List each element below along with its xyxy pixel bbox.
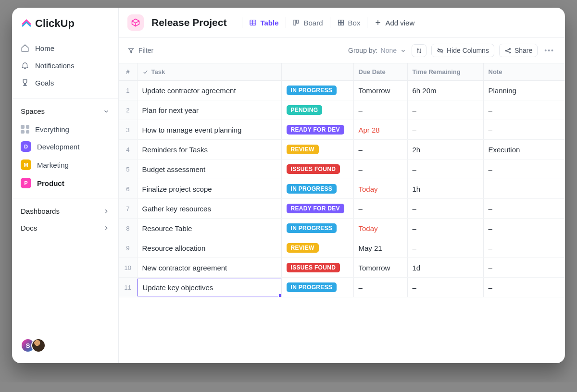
table-row[interactable]: 11Update key objectivesIN PROGRESS––– [119, 278, 565, 297]
col-status[interactable] [281, 63, 353, 81]
status-cell[interactable]: REVIEW [281, 140, 353, 159]
space-item[interactable]: Everything [12, 121, 118, 137]
row-number: 2 [119, 100, 137, 120]
time-remaining-cell[interactable]: – [407, 278, 483, 297]
space-item[interactable]: MMarketing [12, 156, 118, 174]
task-cell[interactable]: New contractor agreement [137, 258, 281, 278]
task-cell[interactable]: How to manage event planning [137, 120, 281, 140]
space-item[interactable]: DDevelopment [12, 137, 118, 156]
note-cell[interactable]: – [483, 258, 565, 278]
note-cell[interactable]: Planning [483, 81, 565, 100]
spaces-header[interactable]: Spaces [12, 102, 118, 119]
task-cell[interactable]: Update contractor agreement [137, 81, 281, 100]
avatar-photo[interactable] [31, 338, 46, 353]
svg-rect-6 [341, 23, 343, 25]
task-cell[interactable]: Plan for next year [137, 100, 281, 120]
table-row[interactable]: 2Plan for next yearPENDING––– [119, 100, 565, 120]
table-row[interactable]: 7Gather key resourcesREADY FOR DEV––– [119, 199, 565, 219]
task-cell[interactable]: Gather key resources [137, 199, 281, 219]
due-date-cell[interactable]: Apr 28 [353, 120, 407, 140]
table-row[interactable]: 10New contractor agreementISSUES FOUNDTo… [119, 258, 565, 278]
status-cell[interactable]: IN PROGRESS [281, 81, 353, 100]
space-item[interactable]: PProduct [12, 174, 118, 192]
due-date-cell[interactable]: Tomorrow [353, 258, 407, 278]
sidebar-section[interactable]: Dashboards [12, 202, 118, 219]
due-date-cell[interactable]: Tomorrow [353, 81, 407, 100]
table-row[interactable]: 3How to manage event planningREADY FOR D… [119, 120, 565, 140]
note-cell[interactable]: Execution [483, 140, 565, 159]
task-cell[interactable]: Resource Table [137, 219, 281, 238]
status-cell[interactable]: REVIEW [281, 238, 353, 258]
share-button[interactable]: Share [499, 44, 538, 57]
time-remaining-cell[interactable]: 6h 20m [407, 81, 483, 100]
table-row[interactable]: 4Reminders for TasksREVIEW–2hExecution [119, 140, 565, 159]
task-cell[interactable]: Resource allocation [137, 238, 281, 258]
note-cell[interactable]: – [483, 159, 565, 179]
note-cell[interactable]: – [483, 199, 565, 219]
col-note[interactable]: Note [483, 63, 565, 81]
task-cell[interactable]: Reminders for Tasks [137, 140, 281, 159]
status-cell[interactable]: READY FOR DEV [281, 120, 353, 140]
sort-button[interactable] [412, 44, 426, 57]
time-remaining-cell[interactable]: – [407, 159, 483, 179]
table-row[interactable]: 9Resource allocationREVIEWMay 21–– [119, 238, 565, 258]
project-icon[interactable] [127, 14, 144, 31]
note-cell[interactable]: – [483, 179, 565, 199]
time-remaining-cell[interactable]: – [407, 238, 483, 258]
note-cell[interactable]: – [483, 219, 565, 238]
note-cell[interactable]: – [483, 238, 565, 258]
col-due-date[interactable]: Due Date [353, 63, 407, 81]
group-by[interactable]: Group by: None [348, 47, 407, 54]
due-date-cell[interactable]: May 21 [353, 238, 407, 258]
due-date-cell[interactable]: – [353, 100, 407, 120]
table-row[interactable]: 6Finalize project scopeIN PROGRESSToday1… [119, 179, 565, 199]
nav-home[interactable]: Home [12, 39, 118, 57]
due-date-cell[interactable]: – [353, 159, 407, 179]
time-remaining-cell[interactable]: – [407, 219, 483, 238]
avatar-stack[interactable]: S [21, 338, 46, 353]
status-cell[interactable]: IN PROGRESS [281, 219, 353, 238]
table-row[interactable]: 1Update contractor agreementIN PROGRESST… [119, 81, 565, 100]
table-row[interactable]: 8Resource TableIN PROGRESSToday–– [119, 219, 565, 238]
view-tab-board[interactable]: Board [292, 17, 324, 29]
add-view-button[interactable]: Add view [373, 17, 415, 29]
time-remaining-cell[interactable]: 1d [407, 258, 483, 278]
due-date-cell[interactable]: – [353, 140, 407, 159]
nav-goals[interactable]: Goals [12, 74, 118, 91]
task-cell[interactable]: Budget assessment [137, 159, 281, 179]
task-cell[interactable]: Finalize project scope [137, 179, 281, 199]
project-title[interactable]: Release Project [151, 17, 226, 28]
note-cell[interactable]: – [483, 120, 565, 140]
time-remaining-cell[interactable]: – [407, 199, 483, 219]
task-cell[interactable]: Update key objectives [137, 278, 281, 297]
note-cell[interactable]: – [483, 100, 565, 120]
due-date-cell[interactable]: – [353, 199, 407, 219]
nav-notifications[interactable]: Notifications [12, 57, 118, 74]
due-date-cell[interactable]: Today [353, 219, 407, 238]
col-number[interactable]: # [119, 63, 137, 81]
col-task[interactable]: Task [137, 63, 281, 81]
due-date-cell[interactable]: – [353, 278, 407, 297]
view-tab-box[interactable]: Box [336, 17, 362, 29]
view-tab-table[interactable]: Table [248, 17, 279, 29]
more-menu[interactable]: ••• [542, 45, 556, 56]
note-cell[interactable]: – [483, 278, 565, 297]
status-cell[interactable]: READY FOR DEV [281, 199, 353, 219]
status-cell[interactable]: IN PROGRESS [281, 179, 353, 199]
brand-logo[interactable]: ClickUp [12, 16, 118, 37]
time-remaining-cell[interactable]: – [407, 100, 483, 120]
status-cell[interactable]: ISSUES FOUND [281, 159, 353, 179]
col-time-remaining[interactable]: Time Remaining [407, 63, 483, 81]
hide-columns-button[interactable]: Hide Columns [431, 44, 494, 57]
time-remaining-cell[interactable]: – [407, 120, 483, 140]
status-cell[interactable]: IN PROGRESS [281, 278, 353, 297]
sidebar-section[interactable]: Docs [12, 219, 118, 236]
status-cell[interactable]: PENDING [281, 100, 353, 120]
due-date-cell[interactable]: Today [353, 179, 407, 199]
filter-label: Filter [138, 47, 153, 54]
status-cell[interactable]: ISSUES FOUND [281, 258, 353, 278]
time-remaining-cell[interactable]: 2h [407, 140, 483, 159]
time-remaining-cell[interactable]: 1h [407, 179, 483, 199]
filter-button[interactable]: Filter [127, 47, 153, 54]
table-row[interactable]: 5Budget assessmentISSUES FOUND––– [119, 159, 565, 179]
